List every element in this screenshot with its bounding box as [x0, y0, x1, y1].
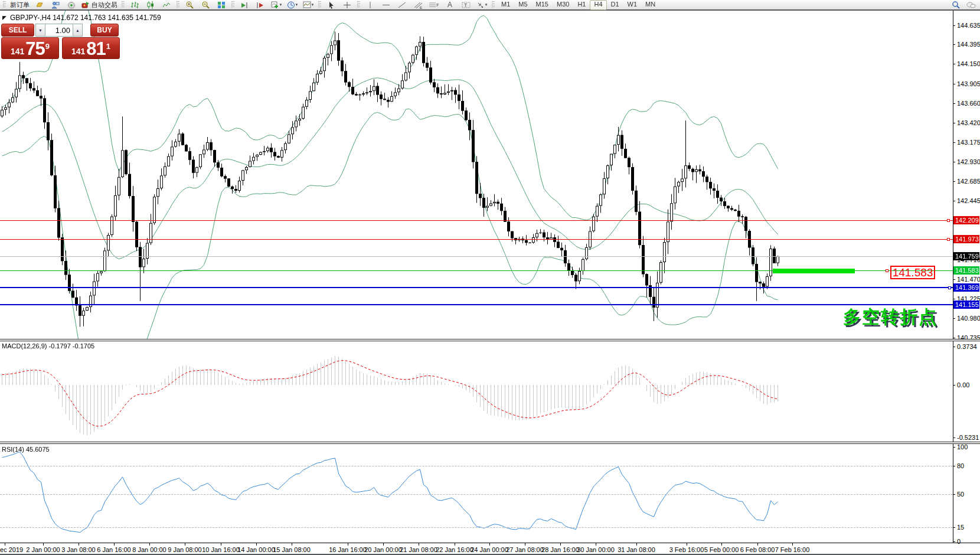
macd-panel-divider[interactable] [0, 339, 980, 341]
time-tick-mark [292, 543, 292, 546]
timeframe-h4[interactable]: H4 [590, 0, 606, 10]
price-level-line[interactable] [0, 287, 953, 288]
time-tick-mark [757, 543, 758, 546]
timeframe-d1[interactable]: D1 [607, 0, 623, 10]
autotrade-label: 自动交易 [92, 1, 117, 9]
volume-decrease-button[interactable]: ▼ [35, 24, 45, 37]
time-tick-mark [419, 543, 419, 546]
buy-button[interactable]: BUY [90, 24, 119, 37]
time-tick-mark [792, 543, 793, 546]
price-badge: 141.583 [953, 266, 979, 275]
zoom-out-icon[interactable] [198, 0, 213, 10]
line-anchor-handle[interactable] [886, 269, 888, 272]
vertical-line-icon[interactable] [362, 0, 378, 10]
label-icon[interactable]: T [458, 0, 473, 10]
time-tick-mark [383, 543, 384, 546]
bar-chart-icon[interactable] [127, 0, 142, 10]
toolbar-grip[interactable] [3, 1, 6, 8]
sell-price-box[interactable]: 141 75 9 [1, 37, 59, 59]
time-tick-label: 9 Jan 08:00 [168, 546, 202, 553]
price-tick-label: 143.660 [957, 100, 980, 107]
profiles-icon[interactable]: ▾ [285, 0, 300, 10]
line-chart-icon[interactable] [159, 0, 174, 10]
fibonacci-icon[interactable]: F [426, 0, 442, 10]
volume-increase-button[interactable]: ▲ [73, 24, 83, 37]
time-tick-mark [79, 543, 79, 546]
toolbar-grip[interactable] [492, 1, 495, 8]
price-tick-label: 140.980 [957, 315, 980, 322]
signal-icon[interactable] [64, 0, 79, 10]
ingot-icon[interactable] [32, 0, 47, 10]
crosshair-icon[interactable] [339, 0, 355, 10]
support-level-segment[interactable] [773, 269, 855, 273]
toolbar-grip[interactable] [177, 1, 179, 8]
price-tick-label: 143.905 [957, 80, 980, 87]
timeframe-m15[interactable]: M15 [532, 0, 553, 10]
toolbar-grip[interactable] [122, 1, 125, 8]
candlestick-icon[interactable] [143, 0, 158, 10]
timeframe-w1[interactable]: W1 [623, 0, 642, 10]
time-tick-mark [455, 543, 455, 546]
indicators-icon[interactable]: ▾ [300, 0, 316, 10]
toolbar-grip[interactable] [231, 1, 234, 8]
line-anchor-handle[interactable] [947, 238, 950, 241]
time-tick-mark [185, 543, 185, 546]
one-click-trade-panel: SELL ▼ ▲ BUY 141 75 9 141 81 1 [1, 24, 120, 59]
arrows-icon[interactable]: ▾ [474, 0, 489, 10]
price-level-line[interactable] [0, 239, 953, 240]
toolbar-grip[interactable] [318, 1, 321, 8]
price-level-line[interactable] [0, 304, 953, 305]
zoom-in-icon[interactable] [182, 0, 197, 10]
channel-icon[interactable]: E [410, 0, 426, 10]
sell-button[interactable]: SELL [1, 24, 34, 37]
new-order-button[interactable]: 新订单 [8, 0, 31, 10]
terminal-window: 新订单 自动交易 ▾ ▾ ▾ E F A T ▾ M1M5M1 [0, 0, 980, 555]
autotrade-button[interactable]: 自动交易 [80, 0, 119, 10]
time-tick-label: 5 Feb 00:00 [704, 546, 739, 553]
chat-icon[interactable] [963, 0, 979, 10]
trendline-icon[interactable] [394, 0, 410, 10]
price-level-line[interactable] [0, 220, 953, 221]
level-price-label[interactable]: 141.583 [890, 266, 935, 279]
text-icon[interactable]: A [442, 0, 458, 10]
volume-input[interactable] [45, 24, 73, 37]
search-icon[interactable] [948, 0, 963, 10]
time-tick-label: 14 Jan 00:00 [237, 546, 275, 553]
time-tick-label: 30 Dec 2019 [0, 546, 23, 553]
turning-point-note[interactable]: 多空转折点 [843, 305, 937, 329]
time-tick-label: 6 Jan 16:00 [97, 546, 131, 553]
rsi-panel-canvas[interactable] [0, 445, 953, 543]
tile-windows-icon[interactable] [214, 0, 229, 10]
time-tick-mark [560, 543, 561, 546]
autotrade-icon [81, 1, 90, 8]
time-tick-label: 3 Jan 08:00 [61, 546, 96, 553]
new-chart-icon[interactable]: ▾ [269, 0, 284, 10]
timeframe-mn[interactable]: MN [641, 0, 659, 10]
rsi-panel-divider[interactable] [0, 442, 980, 444]
publisher-icon[interactable] [48, 0, 63, 10]
price-level-line[interactable] [0, 256, 953, 257]
rsi-level-line [0, 494, 953, 495]
time-tick-mark [687, 543, 687, 546]
timeframe-m1[interactable]: M1 [497, 0, 514, 10]
price-chart-canvas[interactable] [0, 11, 953, 339]
rsi-tick-label: 15 [957, 524, 964, 531]
horizontal-line-icon[interactable] [378, 0, 394, 10]
axis-border [953, 11, 953, 543]
buy-price-box[interactable]: 141 81 1 [62, 37, 120, 59]
buy-price-point: 1 [106, 38, 110, 56]
line-anchor-handle[interactable] [947, 219, 950, 222]
cursor-icon[interactable] [324, 0, 339, 10]
chart-shift-icon[interactable] [253, 0, 268, 10]
time-tick-label: 30 Jan 00:00 [577, 546, 615, 553]
timeframe-m5[interactable]: M5 [514, 0, 531, 10]
window-arrow-icon: ◤ [2, 15, 6, 21]
toolbar: 新订单 自动交易 ▾ ▾ ▾ E F A T ▾ M1M5M1 [0, 0, 980, 11]
auto-scroll-icon[interactable] [237, 0, 252, 10]
line-anchor-handle[interactable] [948, 286, 951, 289]
toolbar-grip[interactable] [357, 1, 360, 8]
macd-panel-canvas[interactable] [0, 341, 953, 442]
time-tick-label: 27 Jan 08:00 [506, 546, 544, 553]
timeframe-h1[interactable]: H1 [573, 0, 590, 10]
timeframe-m30[interactable]: M30 [553, 0, 573, 10]
